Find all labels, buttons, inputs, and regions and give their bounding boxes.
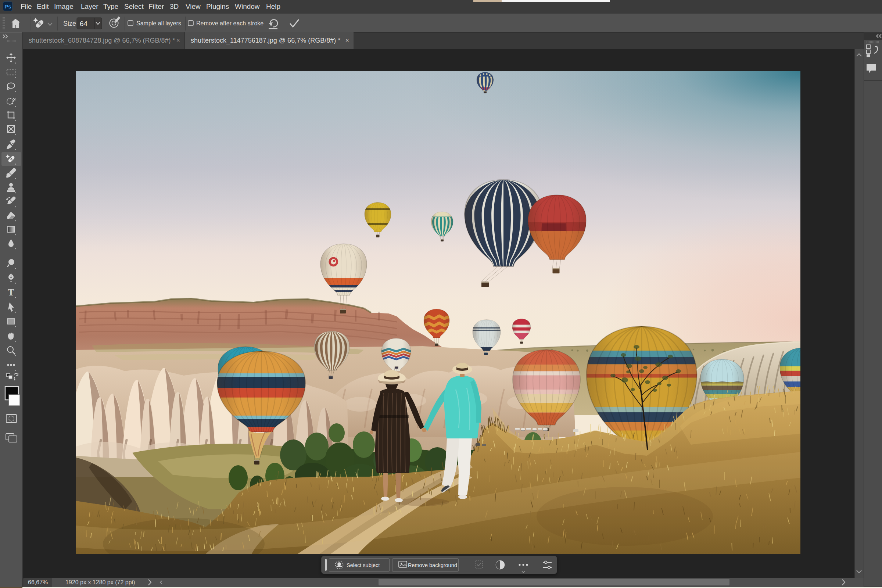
svg-text:Size: Size	[63, 20, 76, 27]
svg-text:T: T	[8, 287, 14, 298]
svg-text:Sample all layers: Sample all layers	[136, 20, 181, 27]
svg-text:Remove after each stroke: Remove after each stroke	[196, 20, 264, 27]
svg-text:64: 64	[80, 20, 88, 28]
